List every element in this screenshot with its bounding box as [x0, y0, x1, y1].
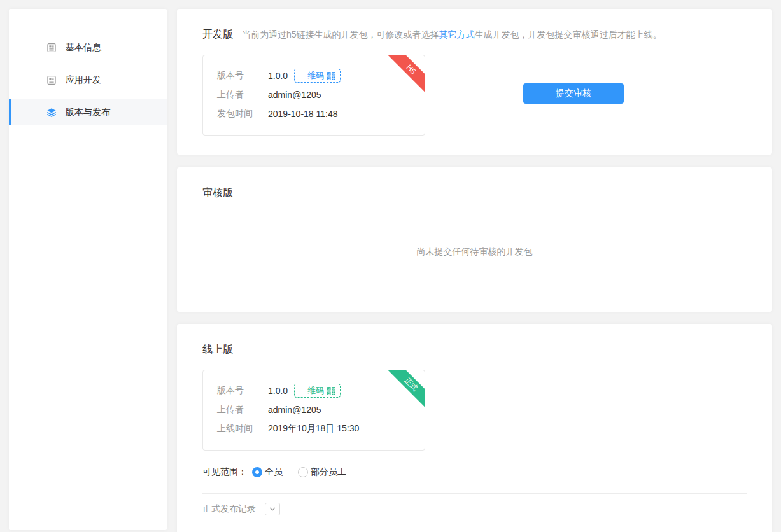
online-ribbon-wrap: 正式	[387, 370, 425, 408]
release-log-expand-button[interactable]	[265, 503, 280, 515]
qr-code-icon	[327, 387, 335, 395]
layers-icon	[46, 108, 57, 118]
sidebar-item-basic-info[interactable]: 基本信息	[9, 34, 167, 60]
radio-label: 部分员工	[311, 466, 346, 478]
dev-section-title: 开发版	[202, 28, 233, 41]
version-number: 1.0.0	[268, 71, 288, 81]
field-label: 版本号	[217, 385, 268, 396]
visibility-row: 可见范围： 全员 部分员工	[202, 466, 346, 478]
online-time-row: 上线时间 2019年10月18日 15:30	[203, 419, 425, 438]
review-section-header: 审核版	[202, 186, 747, 200]
field-label: 版本号	[217, 70, 268, 81]
online-time-value: 2019年10月18日 15:30	[268, 423, 359, 435]
review-section-title: 审核版	[202, 186, 233, 200]
online-version-section: 线上版 正式 版本号 1.0.0 二维码	[177, 324, 772, 532]
field-label: 上传者	[217, 89, 268, 101]
chevron-down-icon	[269, 507, 276, 511]
other-method-link[interactable]: 其它方式	[439, 29, 475, 39]
release-log-row: 正式发布记录	[202, 503, 280, 515]
online-section-title: 线上版	[202, 343, 233, 356]
visibility-label: 可见范围：	[202, 466, 247, 478]
dev-package-time-row: 发包时间 2019-10-18 11:48	[203, 104, 425, 123]
online-version-box: 正式 版本号 1.0.0 二维码	[202, 370, 425, 451]
sidebar-item-label: 版本与发布	[66, 107, 110, 118]
h5-ribbon: H5	[387, 55, 425, 93]
dev-version-section: 开发版 当前为通过h5链接生成的开发包，可修改或者选择其它方式生成开发包，开发包…	[177, 9, 772, 155]
official-ribbon: 正式	[387, 370, 425, 408]
radio-option-all-staff[interactable]: 全员	[252, 466, 283, 478]
sidebar-item-app-dev[interactable]: 应用开发	[9, 67, 167, 93]
package-time-value: 2019-10-18 11:48	[268, 109, 338, 119]
qr-code-button[interactable]: 二维码	[294, 384, 341, 398]
field-label: 上线时间	[217, 423, 268, 435]
dev-section-header: 开发版 当前为通过h5链接生成的开发包，可修改或者选择其它方式生成开发包，开发包…	[202, 28, 747, 41]
review-version-section: 审核版 尚未提交任何待审核的开发包	[177, 167, 772, 312]
release-log-label: 正式发布记录	[202, 503, 256, 515]
version-number: 1.0.0	[268, 386, 288, 396]
sidebar: 基本信息 应用开发 版本与发布	[9, 9, 167, 530]
dev-section-description: 当前为通过h5链接生成的开发包，可修改或者选择其它方式生成开发包，开发包提交审核…	[242, 29, 662, 41]
radio-unselected-icon[interactable]	[298, 467, 308, 477]
field-label: 上传者	[217, 404, 268, 416]
sidebar-item-version-release[interactable]: 版本与发布	[9, 99, 167, 125]
uploader-value: admin@1205	[268, 90, 321, 100]
uploader-value: admin@1205	[268, 405, 321, 415]
dev-ribbon-wrap: H5	[387, 55, 425, 93]
submit-review-button[interactable]: 提交审核	[523, 83, 624, 104]
qr-code-button[interactable]: 二维码	[294, 69, 341, 83]
online-section-header: 线上版	[202, 343, 747, 356]
radio-selected-icon[interactable]	[252, 467, 262, 477]
dev-version-box: H5 版本号 1.0.0 二维码	[202, 55, 425, 136]
field-label: 发包时间	[217, 108, 268, 120]
qr-code-icon	[327, 72, 335, 80]
sidebar-item-label: 基本信息	[66, 42, 101, 53]
radio-option-partial-staff[interactable]: 部分员工	[298, 466, 346, 478]
radio-label: 全员	[265, 466, 283, 478]
review-empty-state: 尚未提交任何待审核的开发包	[177, 246, 772, 258]
document-icon	[46, 75, 57, 85]
sidebar-item-label: 应用开发	[66, 74, 101, 86]
section-divider	[202, 493, 747, 494]
document-icon	[46, 43, 57, 53]
